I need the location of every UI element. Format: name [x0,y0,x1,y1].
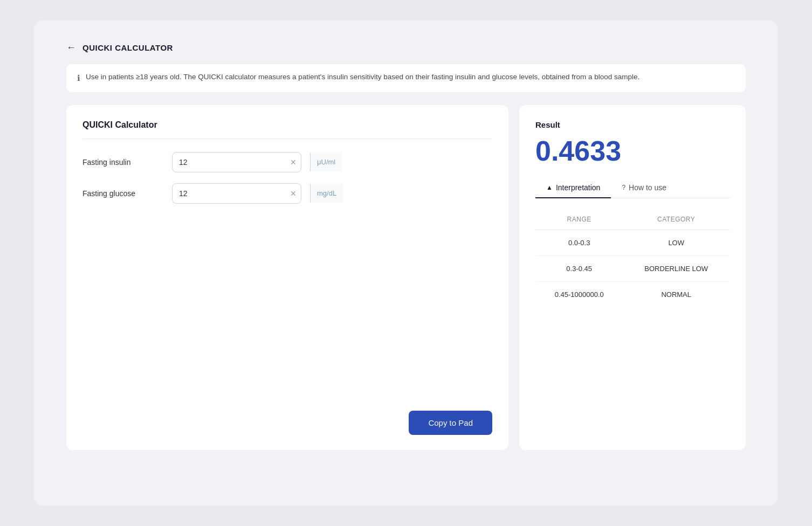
fasting-glucose-input-wrapper: ✕ [172,183,301,204]
copy-btn-wrapper: Copy to Pad [82,400,492,435]
col-header-range: RANGE [535,209,623,230]
fasting-glucose-input[interactable] [173,184,286,203]
tab-interpretation[interactable]: ▲ Interpretation [535,178,611,198]
fasting-glucose-clear-button[interactable]: ✕ [286,185,301,202]
info-text: Use in patients ≥18 years old. The QUICK… [86,72,639,82]
tab-how-to-use[interactable]: ? How to use [611,178,677,198]
fasting-insulin-input-wrapper: ✕ [172,152,301,172]
range-cell: 0.45-1000000.0 [535,281,623,307]
tab-interpretation-label: Interpretation [556,183,601,192]
category-cell: NORMAL [623,281,730,307]
page-title: QUICKI CALCULATOR [82,43,173,52]
fasting-insulin-row: Fasting insulin ✕ μU/ml [82,152,492,172]
calculator-panel: QUICKI Calculator Fasting insulin ✕ μU/m… [66,105,508,450]
fasting-glucose-row: Fasting glucose ✕ mg/dL [82,183,492,204]
main-content: QUICKI Calculator Fasting insulin ✕ μU/m… [66,105,746,450]
calculator-title: QUICKI Calculator [82,120,492,139]
interpretation-table: RANGE CATEGORY 0.0-0.3LOW0.3-0.45BORDERL… [535,209,730,307]
fasting-glucose-label: Fasting glucose [82,189,163,198]
header: ← QUICKI CALCULATOR [66,42,746,53]
fasting-glucose-unit: mg/dL [310,184,343,203]
back-button[interactable]: ← [66,42,76,53]
fasting-insulin-input[interactable] [173,153,286,172]
table-row: 0.3-0.45BORDERLINE LOW [535,255,730,281]
interpretation-icon: ▲ [546,184,553,191]
fasting-insulin-clear-button[interactable]: ✕ [286,154,301,171]
category-cell: LOW [623,230,730,255]
tab-how-to-use-label: How to use [629,183,666,192]
range-cell: 0.0-0.3 [535,230,623,255]
fasting-insulin-label: Fasting insulin [82,158,163,167]
result-panel: Result 0.4633 ▲ Interpretation ? How to … [519,105,746,450]
table-row: 0.45-1000000.0NORMAL [535,281,730,307]
app-container: ← QUICKI CALCULATOR ℹ Use in patients ≥1… [34,20,778,506]
result-value: 0.4633 [535,135,730,167]
col-header-category: CATEGORY [623,209,730,230]
fasting-insulin-unit: μU/ml [310,153,342,171]
copy-to-pad-button[interactable]: Copy to Pad [409,411,492,435]
result-title: Result [535,120,730,129]
table-row: 0.0-0.3LOW [535,230,730,255]
how-to-use-icon: ? [622,184,625,191]
range-cell: 0.3-0.45 [535,255,623,281]
info-icon: ℹ [77,72,80,85]
category-cell: BORDERLINE LOW [623,255,730,281]
result-tabs: ▲ Interpretation ? How to use [535,178,730,198]
info-banner: ℹ Use in patients ≥18 years old. The QUI… [66,64,746,92]
